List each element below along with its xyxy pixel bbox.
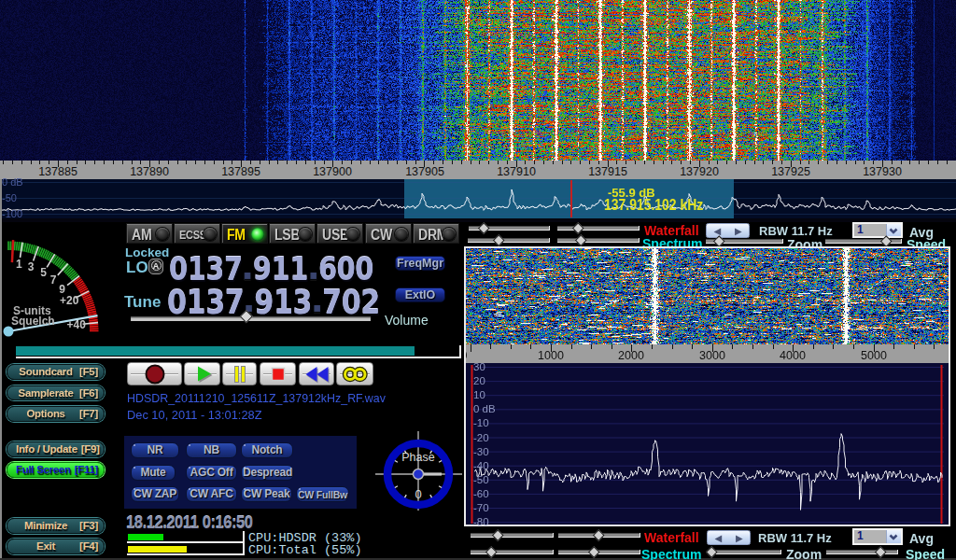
spectrum-gain-slider[interactable] xyxy=(468,238,550,243)
mode-button-lsb[interactable]: LSB xyxy=(269,223,316,244)
zoom-slider-bottom[interactable] xyxy=(708,550,781,554)
mode-button-am[interactable]: AM xyxy=(126,223,173,244)
scale-label: 137895 xyxy=(221,165,260,178)
phase-center-knob[interactable] xyxy=(414,469,424,480)
cpu-bar-bracket xyxy=(243,531,245,543)
af-scale-tick xyxy=(752,344,753,349)
spectrum-gain-slider-bottom[interactable] xyxy=(471,550,554,554)
rewind-button[interactable] xyxy=(299,362,334,385)
stop-button[interactable] xyxy=(260,362,296,385)
scale-tick xyxy=(195,161,196,164)
right-arrow-icon[interactable]: ▶ xyxy=(728,224,750,238)
chevron-down-icon xyxy=(887,225,900,237)
spectrum-offset-slider[interactable] xyxy=(557,238,640,243)
nb-button[interactable]: NB xyxy=(186,442,237,458)
fullscreen-button[interactable]: Full Screen[F11] xyxy=(7,462,105,478)
af-scale-tick xyxy=(591,344,592,349)
digit-separator xyxy=(314,305,320,313)
options-button[interactable]: Options[F7] xyxy=(7,406,105,422)
af-frequency-scale[interactable]: 0 1000 2000 3000 4000 5000 xyxy=(466,344,949,363)
slider-thumb[interactable] xyxy=(479,222,490,233)
waterfall-contrast-slider[interactable] xyxy=(557,226,640,231)
scale-tick xyxy=(562,161,563,164)
mode-button-ecss[interactable]: ECSS xyxy=(174,223,220,244)
phase-tick xyxy=(395,461,398,463)
scale-tick xyxy=(104,161,105,164)
cwzap-button[interactable]: CW ZAP xyxy=(131,486,179,502)
tune-label: Tune xyxy=(124,293,161,312)
nav-button-key: [F3] xyxy=(76,520,104,531)
slider-thumb[interactable] xyxy=(493,529,504,540)
slider-thumb[interactable] xyxy=(706,546,717,557)
pause-button[interactable] xyxy=(222,362,257,385)
avg-select-top[interactable]: 1 xyxy=(852,222,903,239)
cwpeak-button[interactable]: CW Peak xyxy=(241,486,292,502)
minimize-button[interactable]: Minimize[F3] xyxy=(7,518,105,534)
speed-slider-bottom[interactable] xyxy=(826,550,898,554)
right-arrow-icon[interactable]: ▶ xyxy=(729,531,751,545)
soundcard-button[interactable]: Soundcard[F5] xyxy=(7,364,105,380)
exit-button[interactable]: Exit[F4] xyxy=(7,539,105,554)
af-scale-tick xyxy=(672,344,673,349)
mode-button-usb[interactable]: USB xyxy=(316,223,363,244)
phase-tick xyxy=(439,486,442,488)
info-update-button[interactable]: Info / Update[F9] xyxy=(7,441,105,457)
lo-frequency-display[interactable]: 0137911600 xyxy=(169,257,373,283)
locked-label: Locked xyxy=(125,245,169,259)
scale-tick xyxy=(452,161,453,164)
agc-button[interactable]: AGC Off xyxy=(186,465,237,481)
samplerate-button[interactable]: Samplerate[F6] xyxy=(7,385,105,401)
main-frequency-scale[interactable]: 137885 137890 137895 137900 137905 13791… xyxy=(0,161,956,179)
slider-thumb[interactable] xyxy=(485,546,497,557)
tune-frequency-display[interactable]: 0137913702 xyxy=(167,288,380,315)
avg-select-bottom[interactable]: 1 xyxy=(852,528,903,545)
cpu-total-bar xyxy=(128,546,187,553)
mode-button-drm[interactable]: DRM xyxy=(413,223,459,244)
waterfall-brightness-slider-bottom[interactable] xyxy=(471,533,554,538)
af-spectrum-display[interactable]: 30 20 10 0 dB -10 -20 -30 -40 -50 -60 -7… xyxy=(466,363,949,525)
tune-marker-line[interactable] xyxy=(570,180,572,217)
dropdown-arrow-icon[interactable] xyxy=(886,530,901,543)
slider-thumb[interactable] xyxy=(494,234,505,245)
main-spectrum-display[interactable]: 0 dB -50 -100 xyxy=(0,179,956,218)
scale-tick xyxy=(681,161,682,164)
cpu-total-label: CPU:Total (55%) xyxy=(248,543,362,557)
slider-thumb[interactable] xyxy=(588,546,599,557)
mute-button[interactable]: Mute xyxy=(131,465,176,481)
mode-button-cw[interactable]: CW xyxy=(365,223,412,244)
af-scale-tick xyxy=(773,344,774,349)
left-arrow-icon[interactable]: ◀ xyxy=(707,224,728,238)
mode-button-fm[interactable]: FM xyxy=(221,223,268,244)
scale-tick xyxy=(39,161,40,164)
notch-button[interactable]: Notch xyxy=(241,442,293,458)
scale-tick xyxy=(635,161,636,164)
af-waterfall-display[interactable] xyxy=(466,248,949,344)
loop-button[interactable] xyxy=(336,362,373,385)
nr-button[interactable]: NR xyxy=(131,442,179,458)
af-scale-tick xyxy=(471,344,471,352)
mode-led-icon xyxy=(299,228,312,241)
slider-thumb[interactable] xyxy=(876,546,887,557)
rbw-spin-button[interactable]: ◀▶ xyxy=(706,223,750,239)
scale-tick xyxy=(909,161,910,164)
mode-button-label: USB xyxy=(322,227,349,244)
dropdown-arrow-icon[interactable] xyxy=(886,224,901,237)
play-button[interactable] xyxy=(184,362,220,385)
squelch-level-bar[interactable] xyxy=(16,346,415,356)
cwafc-button[interactable]: CW AFC xyxy=(186,486,237,502)
left-arrow-icon[interactable]: ◀ xyxy=(708,531,729,545)
slider-thumb[interactable] xyxy=(576,234,587,245)
slider-thumb[interactable] xyxy=(572,222,583,233)
rbw-spin-button-bottom[interactable]: ◀▶ xyxy=(707,530,751,546)
scale-tick xyxy=(553,161,554,164)
slider-thumb[interactable] xyxy=(593,529,604,540)
despread-button[interactable]: Despread xyxy=(241,465,294,481)
main-waterfall-display[interactable] xyxy=(0,0,956,161)
cwfullbw-button[interactable]: CW FullBw xyxy=(296,486,349,502)
record-button[interactable] xyxy=(127,362,182,385)
auto-lo-badge[interactable]: A xyxy=(148,259,163,274)
frequency-digit-group: 0137 xyxy=(169,257,243,283)
extio-button[interactable]: ExtIO xyxy=(395,287,445,302)
freqmgr-button[interactable]: FreqMgr xyxy=(395,256,445,271)
phase-dial[interactable]: Phase 0 xyxy=(372,425,465,518)
